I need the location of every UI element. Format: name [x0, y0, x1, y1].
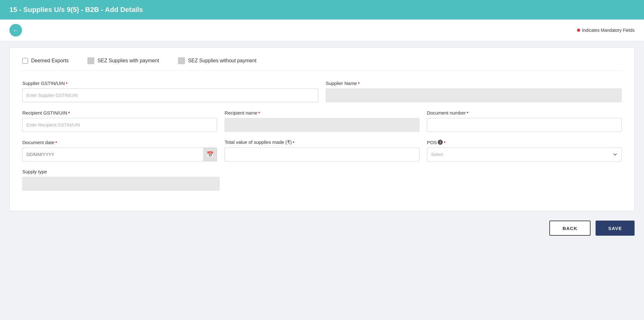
supply-type-label: Supply type: [22, 169, 219, 174]
document-number-required: •: [467, 110, 469, 115]
sez-without-payment-label: SEZ Supplies without payment: [188, 58, 257, 64]
pos-group: POS i • Select: [427, 139, 622, 161]
total-value-group: Total value of supplies made (₹) •: [225, 139, 419, 161]
checkbox-row: Deemed Exports SEZ Supplies with payment…: [22, 57, 622, 71]
recipient-gstin-required: •: [68, 110, 70, 115]
recipient-gstin-label: Recipient GSTIN/UIN •: [22, 110, 217, 115]
page-title: 15 - Supplies U/s 9(5) - B2B - Add Detai…: [9, 6, 143, 14]
back-button[interactable]: BACK: [549, 221, 591, 236]
calendar-icon: 📅: [207, 151, 214, 158]
recipient-gstin-input[interactable]: [22, 118, 217, 132]
supplier-name-input: [326, 88, 622, 102]
supply-type-input: [22, 177, 219, 191]
total-value-required: •: [293, 139, 295, 145]
pos-label: POS i •: [427, 139, 622, 145]
supplier-name-group: Supplier Name •: [326, 80, 622, 102]
recipient-name-label: Recipient name •: [225, 110, 419, 115]
supplier-gstin-label: Supplier GSTIN/UIN •: [22, 80, 318, 86]
sez-without-payment-item: SEZ Supplies without payment: [178, 57, 257, 64]
row-date-value-pos: Document date • 📅 Total value of supplie…: [22, 139, 622, 161]
row-supplier: Supplier GSTIN/UIN • Supplier Name •: [22, 80, 622, 102]
sez-with-payment-item: SEZ Supplies with payment: [87, 57, 159, 64]
total-value-label: Total value of supplies made (₹) •: [225, 139, 419, 145]
footer-buttons: BACK SAVE: [9, 221, 635, 236]
recipient-name-group: Recipient name •: [225, 110, 419, 132]
supplier-gstin-required: •: [66, 80, 68, 86]
pos-info-icon[interactable]: i: [438, 140, 443, 145]
total-value-input[interactable]: [225, 148, 419, 161]
document-date-input[interactable]: [22, 148, 217, 161]
save-button[interactable]: SAVE: [596, 221, 635, 236]
document-date-label: Document date •: [22, 139, 217, 145]
sez-without-payment-box[interactable]: [178, 57, 185, 64]
recipient-name-required: •: [258, 110, 260, 115]
mandatory-dot-icon: [577, 29, 580, 32]
recipient-name-input: [225, 118, 419, 132]
pos-required: •: [444, 139, 446, 145]
document-date-required: •: [55, 139, 57, 145]
sez-with-payment-box[interactable]: [87, 57, 94, 64]
row-supply-type: Supply type: [22, 169, 622, 191]
sez-with-payment-label: SEZ Supplies with payment: [97, 58, 159, 64]
document-number-input[interactable]: [427, 118, 622, 132]
supplier-name-label: Supplier Name •: [326, 80, 622, 86]
mandatory-label: Indicates Mandatory Fields: [582, 28, 635, 33]
document-number-group: Document number •: [427, 110, 622, 132]
deemed-exports-label: Deemed Exports: [31, 58, 69, 64]
calendar-icon-button[interactable]: 📅: [203, 148, 217, 161]
supplier-gstin-group: Supplier GSTIN/UIN •: [22, 80, 318, 102]
supply-type-group: Supply type: [22, 169, 219, 191]
page-header: 15 - Supplies U/s 9(5) - B2B - Add Detai…: [0, 0, 644, 20]
pos-select[interactable]: Select: [427, 148, 622, 161]
form-container: Deemed Exports SEZ Supplies with payment…: [9, 48, 635, 211]
document-date-group: Document date • 📅: [22, 139, 217, 161]
deemed-exports-checkbox[interactable]: [22, 58, 28, 64]
date-input-wrapper: 📅: [22, 148, 217, 161]
document-number-label: Document number •: [427, 110, 622, 115]
back-arrow-icon: ←: [13, 27, 19, 34]
supplier-name-required: •: [358, 80, 360, 86]
supplier-gstin-input[interactable]: [22, 88, 318, 102]
top-nav-bar: ← Indicates Mandatory Fields: [0, 20, 644, 41]
mandatory-note: Indicates Mandatory Fields: [577, 28, 635, 33]
back-icon-button[interactable]: ←: [9, 24, 22, 36]
row-recipient: Recipient GSTIN/UIN • Recipient name • D…: [22, 110, 622, 132]
recipient-gstin-group: Recipient GSTIN/UIN •: [22, 110, 217, 132]
deemed-exports-item: Deemed Exports: [22, 58, 69, 64]
